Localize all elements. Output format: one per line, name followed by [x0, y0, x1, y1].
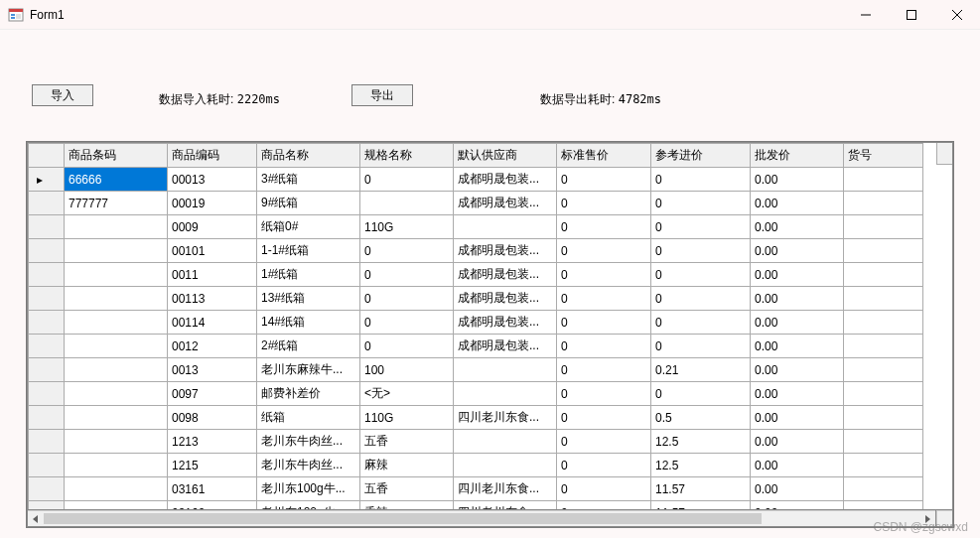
cell-wholesale[interactable]: 0.00 — [751, 287, 844, 311]
col-spec[interactable]: 规格名称 — [360, 144, 454, 168]
cell-code[interactable]: 00114 — [168, 311, 257, 335]
row-header[interactable] — [29, 287, 65, 311]
cell-name[interactable]: 1-1#纸箱 — [257, 239, 360, 263]
cell-code[interactable]: 00101 — [168, 239, 257, 263]
cell-ref_price[interactable]: 0.5 — [651, 406, 751, 430]
cell-std_price[interactable]: 0 — [557, 454, 651, 477]
cell-ref_price[interactable]: 12.5 — [651, 454, 751, 477]
col-supplier[interactable]: 默认供应商 — [454, 144, 557, 168]
cell-wholesale[interactable]: 0.00 — [751, 454, 844, 477]
cell-ref_price[interactable]: 0 — [651, 335, 751, 358]
cell-barcode[interactable] — [65, 454, 168, 477]
cell-ref_price[interactable]: 12.5 — [651, 430, 751, 454]
table-row[interactable]: 1213老川东牛肉丝...五香012.50.00 — [29, 430, 923, 454]
cell-std_price[interactable]: 0 — [557, 168, 651, 192]
cell-wholesale[interactable]: 0.00 — [751, 382, 844, 406]
cell-name[interactable]: 老川东牛肉丝... — [257, 454, 360, 477]
cell-name[interactable]: 9#纸箱 — [257, 192, 360, 215]
table-row[interactable]: 0011414#纸箱0成都明晟包装...000.00 — [29, 311, 923, 335]
horizontal-scrollbar[interactable] — [28, 510, 935, 526]
cell-art_no[interactable] — [844, 263, 923, 287]
cell-art_no[interactable] — [844, 477, 923, 501]
cell-name[interactable]: 纸箱0# — [257, 215, 360, 239]
table-row[interactable]: ▸66666000133#纸箱0成都明晟包装...000.00 — [29, 168, 923, 192]
col-wholesale[interactable]: 批发价 — [751, 144, 844, 168]
table-row[interactable]: 03162老川东100g牛...香辣四川老川东食...011.570.00 — [29, 501, 923, 510]
cell-std_price[interactable]: 0 — [557, 358, 651, 382]
cell-supplier[interactable] — [454, 430, 557, 454]
cell-wholesale[interactable]: 0.00 — [751, 192, 844, 215]
cell-name[interactable]: 老川东牛肉丝... — [257, 430, 360, 454]
export-button[interactable]: 导出 — [351, 84, 413, 106]
cell-art_no[interactable] — [844, 501, 923, 510]
cell-name[interactable]: 2#纸箱 — [257, 335, 360, 358]
cell-std_price[interactable]: 0 — [557, 287, 651, 311]
cell-std_price[interactable]: 0 — [557, 501, 651, 510]
row-header[interactable] — [29, 335, 65, 358]
cell-code[interactable]: 0098 — [168, 406, 257, 430]
row-header[interactable] — [29, 477, 65, 501]
cell-ref_price[interactable]: 11.57 — [651, 501, 751, 510]
cell-art_no[interactable] — [844, 239, 923, 263]
cell-wholesale[interactable]: 0.00 — [751, 406, 844, 430]
row-header[interactable] — [29, 454, 65, 477]
cell-code[interactable]: 0012 — [168, 335, 257, 358]
cell-name[interactable]: 老川东麻辣牛... — [257, 358, 360, 382]
table-row[interactable]: 00122#纸箱0成都明晟包装...000.00 — [29, 335, 923, 358]
cell-name[interactable]: 老川东100g牛... — [257, 477, 360, 501]
cell-ref_price[interactable]: 0 — [651, 215, 751, 239]
cell-art_no[interactable] — [844, 215, 923, 239]
close-button[interactable] — [934, 0, 980, 29]
col-ref-price[interactable]: 参考进价 — [651, 144, 751, 168]
row-header[interactable] — [29, 311, 65, 335]
table-row[interactable]: 1215老川东牛肉丝...麻辣012.50.00 — [29, 454, 923, 477]
cell-code[interactable]: 00013 — [168, 168, 257, 192]
row-header[interactable] — [29, 501, 65, 510]
cell-spec[interactable]: 五香 — [360, 477, 454, 501]
cell-code[interactable]: 00113 — [168, 287, 257, 311]
cell-name[interactable]: 邮费补差价 — [257, 382, 360, 406]
cell-art_no[interactable] — [844, 406, 923, 430]
scroll-left-arrow[interactable] — [28, 511, 44, 526]
cell-ref_price[interactable]: 0 — [651, 311, 751, 335]
cell-spec[interactable]: 0 — [360, 311, 454, 335]
cell-spec[interactable]: 0 — [360, 287, 454, 311]
cell-art_no[interactable] — [844, 382, 923, 406]
cell-wholesale[interactable]: 0.00 — [751, 168, 844, 192]
cell-art_no[interactable] — [844, 311, 923, 335]
cell-barcode[interactable] — [65, 287, 168, 311]
row-header[interactable] — [29, 406, 65, 430]
cell-std_price[interactable]: 0 — [557, 430, 651, 454]
cell-std_price[interactable]: 0 — [557, 263, 651, 287]
cell-spec[interactable] — [360, 192, 454, 215]
cell-supplier[interactable]: 四川老川东食... — [454, 501, 557, 510]
cell-ref_price[interactable]: 0 — [651, 287, 751, 311]
row-header[interactable] — [29, 430, 65, 454]
row-header[interactable] — [29, 215, 65, 239]
cell-art_no[interactable] — [844, 287, 923, 311]
cell-ref_price[interactable]: 0 — [651, 382, 751, 406]
cell-art_no[interactable] — [844, 335, 923, 358]
row-header[interactable] — [29, 382, 65, 406]
cell-wholesale[interactable]: 0.00 — [751, 501, 844, 510]
cell-code[interactable]: 0097 — [168, 382, 257, 406]
cell-wholesale[interactable]: 0.00 — [751, 239, 844, 263]
cell-spec[interactable]: 香辣 — [360, 501, 454, 510]
cell-barcode[interactable] — [65, 382, 168, 406]
cell-ref_price[interactable]: 0 — [651, 192, 751, 215]
cell-barcode[interactable] — [65, 215, 168, 239]
cell-spec[interactable]: 五香 — [360, 430, 454, 454]
cell-art_no[interactable] — [844, 192, 923, 215]
cell-wholesale[interactable]: 0.00 — [751, 311, 844, 335]
cell-std_price[interactable]: 0 — [557, 382, 651, 406]
cell-name[interactable]: 13#纸箱 — [257, 287, 360, 311]
cell-barcode[interactable] — [65, 263, 168, 287]
cell-name[interactable]: 3#纸箱 — [257, 168, 360, 192]
cell-supplier[interactable] — [454, 382, 557, 406]
cell-supplier[interactable]: 成都明晟包装... — [454, 192, 557, 215]
cell-wholesale[interactable]: 0.00 — [751, 477, 844, 501]
import-button[interactable]: 导入 — [32, 84, 93, 106]
cell-wholesale[interactable]: 0.00 — [751, 358, 844, 382]
cell-barcode[interactable] — [65, 239, 168, 263]
cell-barcode[interactable]: 66666 — [65, 168, 168, 192]
